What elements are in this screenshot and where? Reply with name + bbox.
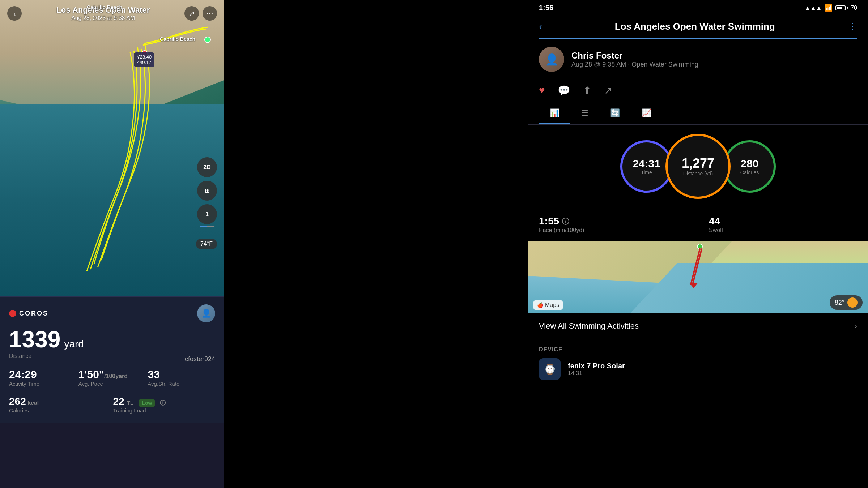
coros-user-avatar[interactable]: 👤	[197, 304, 215, 322]
device-name: fenix 7 Pro Solar	[568, 362, 625, 370]
tab-chart[interactable]: 📈	[631, 102, 662, 124]
metrics-section: 24:31 Time 1,277 Distance (yd) 280 Calor…	[528, 125, 868, 208]
coros-logo-text: COROS	[19, 310, 48, 317]
coros-stats-grid: 24:29 Activity Time 1'50"/100yard Avg. P…	[9, 367, 215, 389]
coros-stat-pace: 1'50"/100yard Avg. Pace	[78, 367, 146, 389]
garmin-back-button[interactable]: ‹	[539, 21, 542, 32]
device-section: DEVICE ⌚ fenix 7 Pro Solar 14.31	[528, 339, 868, 387]
pace-value: 1:55	[539, 215, 559, 227]
time-label: Time	[641, 170, 652, 175]
maps-badge: 🍎 Maps	[533, 300, 563, 310]
pace-label: Pace (min/100yd)	[539, 227, 687, 234]
like-button[interactable]: ♥	[539, 85, 545, 97]
distance-label: Distance (yd)	[683, 171, 713, 176]
calories-value: 280	[740, 158, 758, 170]
device-info: fenix 7 Pro Solar 14.31	[568, 362, 625, 377]
coros-logo-dot	[9, 310, 16, 317]
coros-stat-strrate: 33 Avg.Str. Rate	[148, 367, 215, 389]
view-all-section[interactable]: View All Swimming Activities ›	[528, 313, 868, 339]
tab-list[interactable]: ☰	[570, 102, 599, 124]
zoom-button[interactable]: 1	[197, 204, 217, 224]
svg-point-1	[205, 37, 210, 43]
coros-stats-panel: COROS 👤 1339 yard Distance cfoster924 24…	[0, 296, 224, 423]
garmin-page-title: Los Angeles Open Water Swimming	[542, 21, 848, 32]
coros-stat-time: 24:29 Activity Time	[9, 367, 77, 389]
coros-distance-label: Distance	[9, 353, 84, 359]
coros-stat-calories: 262 kcal Calories	[9, 394, 111, 415]
sun-icon	[847, 297, 858, 308]
signal-icon: ▲▲▲	[805, 5, 822, 11]
black-spacer	[224, 0, 528, 488]
calories-label: Calories	[740, 170, 759, 175]
layers-button[interactable]: ⊞	[197, 181, 217, 201]
device-section-label: DEVICE	[539, 346, 857, 353]
training-load-badge: Low	[139, 399, 155, 407]
coros-distance-unit: yard	[64, 338, 84, 350]
coros-map[interactable]: ‹ Los Angeles Open Water Aug 28, 2023 at…	[0, 0, 224, 296]
pace-stat: 1:55 i Pace (min/100yd)	[528, 208, 698, 241]
tab-laps[interactable]: 🔄	[599, 102, 631, 124]
coros-stat-training-load: 22 TL Low ⓘ Training Load	[113, 394, 216, 415]
garmin-header: ‹ Los Angeles Open Water Swimming ⋮	[528, 16, 868, 38]
time-value: 24:31	[633, 158, 660, 170]
svg-marker-5	[689, 283, 698, 288]
swolf-stat: 44 Swolf	[698, 208, 868, 241]
coros-panel: ‹ Los Angeles Open Water Aug 28, 2023 at…	[0, 0, 224, 488]
coros-back-button[interactable]: ‹	[7, 6, 22, 21]
status-time: 1:56	[539, 4, 553, 12]
upload-button[interactable]: ⬆	[583, 85, 591, 97]
activity-user-avatar: 👤	[539, 47, 564, 72]
device-icon: ⌚	[539, 358, 561, 380]
distance-marker: Y23.40 449.17	[134, 52, 154, 67]
coros-stats-grid2: 262 kcal Calories 22 TL Low ⓘ Training L…	[9, 394, 215, 415]
map-controls: 2D ⊞ 1	[197, 157, 217, 224]
temperature-display: 82°	[835, 299, 844, 307]
info-icon[interactable]: ⓘ	[160, 400, 166, 406]
garmin-connect-panel: 1:56 ▲▲▲ 📶 70 ‹ Los Angeles Open Water S…	[528, 0, 868, 488]
battery-percent: 70	[851, 5, 857, 11]
view-2d-button[interactable]: 2D	[197, 157, 217, 177]
share-button[interactable]: ↗	[604, 85, 612, 97]
view-all-text: View All Swimming Activities	[539, 321, 639, 331]
tab-bar: 📊 ☰ 🔄 📈	[528, 102, 868, 125]
secondary-stats: 1:55 i Pace (min/100yd) 44 Swolf	[528, 208, 868, 241]
garmin-track-svg	[528, 241, 868, 313]
battery-indicator	[835, 5, 848, 10]
view-all-chevron-icon: ›	[855, 321, 857, 331]
activity-info: 👤 Chris Foster Aug 28 @ 9:38 AM · Open W…	[528, 39, 868, 79]
calories-circle: 280 Calories	[723, 140, 776, 193]
garmin-more-button[interactable]: ⋮	[848, 21, 857, 32]
status-icons: ▲▲▲ 📶 70	[805, 4, 857, 12]
time-circle: 24:31 Time	[620, 140, 673, 193]
svg-point-2	[697, 244, 702, 249]
coros-username: cfoster924	[185, 355, 215, 363]
wifi-icon: 📶	[825, 4, 833, 12]
maps-label: Maps	[545, 302, 559, 308]
weather-badge: 82°	[830, 295, 863, 310]
action-buttons: ♥ 💬 ⬆ ↗	[528, 79, 868, 102]
activity-date: Aug 28 @ 9:38 AM · Open Water Swimming	[571, 61, 698, 68]
cabrillo-beach-label2: Cabrillo Beach	[160, 36, 195, 42]
device-item[interactable]: ⌚ fenix 7 Pro Solar 14.31	[539, 358, 857, 380]
swolf-value: 44	[709, 215, 720, 227]
temperature-value: 74°F	[200, 241, 213, 247]
apple-icon: 🍎	[537, 302, 543, 308]
status-bar: 1:56 ▲▲▲ 📶 70	[528, 0, 868, 16]
comment-button[interactable]: 💬	[558, 85, 570, 97]
swolf-label: Swolf	[709, 227, 857, 234]
activity-meta: Chris Foster Aug 28 @ 9:38 AM · Open Wat…	[571, 51, 698, 68]
coros-share-button[interactable]: ↗	[184, 6, 199, 21]
tab-stats[interactable]: 📊	[539, 102, 570, 124]
distance-circle: 1,277 Distance (yd)	[665, 134, 731, 199]
svg-line-3	[691, 249, 700, 284]
garmin-map-section[interactable]: 🍎 Maps 82°	[528, 241, 868, 313]
activity-user-name: Chris Foster	[571, 51, 698, 61]
coros-logo: COROS	[9, 310, 48, 317]
cabrillo-beach-label: Cabrillo Beach	[87, 4, 122, 10]
svg-line-4	[693, 249, 702, 284]
coros-map-date: Aug 28, 2023 at 9:38 AM	[22, 15, 184, 21]
coros-more-button[interactable]: ⋯	[203, 6, 217, 21]
pace-info-icon[interactable]: i	[562, 218, 569, 225]
device-version: 14.31	[568, 370, 625, 377]
temperature-badge: 74°F	[196, 239, 217, 249]
